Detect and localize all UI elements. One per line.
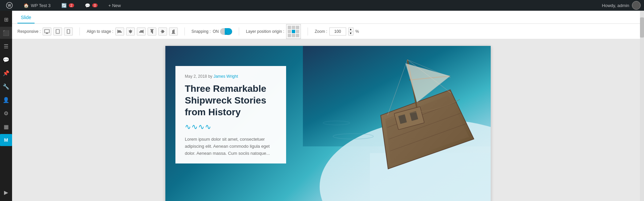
layer-origin-label: Layer position origin : [246, 29, 284, 34]
responsive-mobile-btn[interactable] [64, 27, 73, 36]
sidebar-icon-user[interactable]: 👤 [0, 94, 12, 106]
align-center-v-btn[interactable] [158, 27, 167, 36]
scrollbar-thumb[interactable] [640, 17, 644, 38]
svg-rect-12 [118, 31, 122, 32]
slide-canvas: May 2, 2018 by James Wright Three Remark… [165, 46, 491, 201]
sidebar-icon-settings[interactable]: ⚙ [0, 107, 12, 119]
origin-tr[interactable] [296, 26, 299, 29]
align-center-h-icon [128, 29, 133, 34]
layer-origin-group: Layer position origin : [246, 24, 301, 39]
post-title: Three Remarkable Shipwreck Stories from … [185, 83, 277, 118]
new-content-label: + New [108, 3, 121, 8]
sidebar-icon-comments[interactable]: 💬 [0, 54, 12, 66]
align-right-icon [139, 29, 144, 34]
sidebar: ⊞ ⬛ ☰ 💬 📌 🔧 👤 ⚙ ▦ M ▶ [0, 11, 12, 201]
origin-tl[interactable] [288, 26, 291, 29]
sidebar-icon-grid[interactable]: ▦ [0, 121, 12, 133]
boat-svg [303, 46, 491, 201]
align-top-btn[interactable] [148, 27, 156, 36]
adminbar-right: Howdy, admin [602, 1, 641, 10]
align-bottom-icon [171, 29, 176, 34]
svg-rect-23 [162, 30, 163, 33]
svg-rect-2 [45, 29, 49, 33]
svg-rect-14 [129, 30, 132, 31]
home-link[interactable]: 🏠 WP Test 3 [21, 0, 53, 11]
sidebar-icon-layers[interactable]: ☰ [0, 40, 12, 52]
responsive-label: Responsive : [17, 29, 41, 34]
svg-rect-26 [172, 30, 173, 33]
toolbar: Responsive : [12, 24, 644, 39]
mobile-icon [67, 29, 70, 34]
new-content-link[interactable]: + New [106, 0, 123, 11]
align-stage-label: Align to stage : [87, 29, 113, 34]
post-author-link[interactable]: James Wright [213, 74, 238, 79]
avatar[interactable] [632, 1, 641, 10]
zoom-group: Zoom : ▲ ▼ % [315, 27, 359, 36]
origin-mr[interactable] [296, 30, 299, 33]
comments-icon: 💬 [85, 3, 90, 8]
toggle-knob [226, 28, 232, 35]
slide-tab-bar: Slide [12, 11, 644, 24]
align-left-btn[interactable] [115, 27, 124, 36]
snapping-label: Snapping : [192, 29, 211, 34]
align-right-btn[interactable] [137, 27, 146, 36]
origin-bc[interactable] [292, 34, 295, 37]
scrollbar[interactable] [640, 11, 644, 201]
align-center-h-btn[interactable] [126, 27, 135, 36]
svg-rect-15 [129, 31, 132, 32]
zoom-input[interactable] [329, 27, 346, 36]
sidebar-icon-slider[interactable]: ⬛ [0, 27, 12, 39]
svg-rect-17 [140, 30, 143, 31]
updates-link[interactable]: 🔄 2 [59, 0, 77, 11]
slide-tab[interactable]: Slide [17, 13, 35, 23]
sep1 [79, 27, 80, 36]
responsive-group: Responsive : [17, 27, 73, 36]
origin-bl[interactable] [288, 34, 291, 37]
snapping-group: Snapping : ON [192, 28, 232, 35]
responsive-tablet-btn[interactable] [53, 27, 62, 36]
svg-rect-18 [139, 31, 143, 32]
svg-rect-11 [118, 30, 121, 31]
svg-text:W: W [8, 4, 11, 7]
sep2 [184, 27, 185, 36]
post-date: May 2, 2018 by [185, 74, 212, 79]
svg-rect-21 [152, 30, 153, 34]
zoom-label: Zoom : [315, 29, 327, 34]
origin-ml[interactable] [288, 30, 291, 33]
origin-br[interactable] [296, 34, 299, 37]
sidebar-icon-play[interactable]: ▶ [0, 186, 12, 198]
align-top-icon [150, 29, 154, 34]
content-card: May 2, 2018 by James Wright Three Remark… [175, 66, 286, 163]
sidebar-icon-pin[interactable]: 📌 [0, 67, 12, 79]
zoom-percent-label: % [356, 29, 359, 34]
zoom-up-btn[interactable]: ▲ [348, 27, 354, 31]
zoom-arrows: ▲ ▼ [348, 27, 354, 36]
snapping-state: ON [213, 29, 219, 34]
wave-divider: ∿∿∿∿ [185, 123, 277, 131]
responsive-desktop-btn[interactable] [43, 27, 51, 36]
svg-point-7 [58, 32, 58, 33]
align-stage-group: Align to stage : [87, 27, 177, 36]
howdy-label: Howdy, admin [602, 3, 629, 8]
updates-count: 2 [69, 3, 74, 7]
desktop-icon [44, 29, 50, 34]
post-meta: May 2, 2018 by James Wright [185, 74, 277, 79]
sidebar-icon-tools[interactable]: 🔧 [0, 80, 12, 92]
comments-link[interactable]: 💬 0 [82, 0, 100, 11]
align-left-icon [117, 29, 122, 34]
snapping-toggle[interactable]: ON [213, 28, 232, 35]
sidebar-icon-media[interactable]: M [0, 134, 12, 146]
boat-area [303, 46, 491, 201]
align-bottom-btn[interactable] [169, 27, 178, 36]
admin-bar: W 🏠 WP Test 3 🔄 2 💬 0 + New Howdy, admin [0, 0, 644, 11]
sidebar-icon-dashboard[interactable]: ⊞ [0, 13, 12, 25]
toggle-circle[interactable] [220, 28, 232, 35]
origin-mc[interactable] [292, 30, 295, 33]
post-excerpt: Lorem ipsum dolor sit amet, consectetuer… [185, 136, 277, 157]
wp-logo-icon: W [6, 2, 13, 9]
wp-logo-link[interactable]: W [3, 0, 15, 11]
zoom-down-btn[interactable]: ▼ [348, 31, 354, 36]
origin-picker[interactable] [286, 24, 301, 39]
canvas-area: May 2, 2018 by James Wright Three Remark… [12, 39, 644, 201]
origin-tc[interactable] [292, 26, 295, 29]
